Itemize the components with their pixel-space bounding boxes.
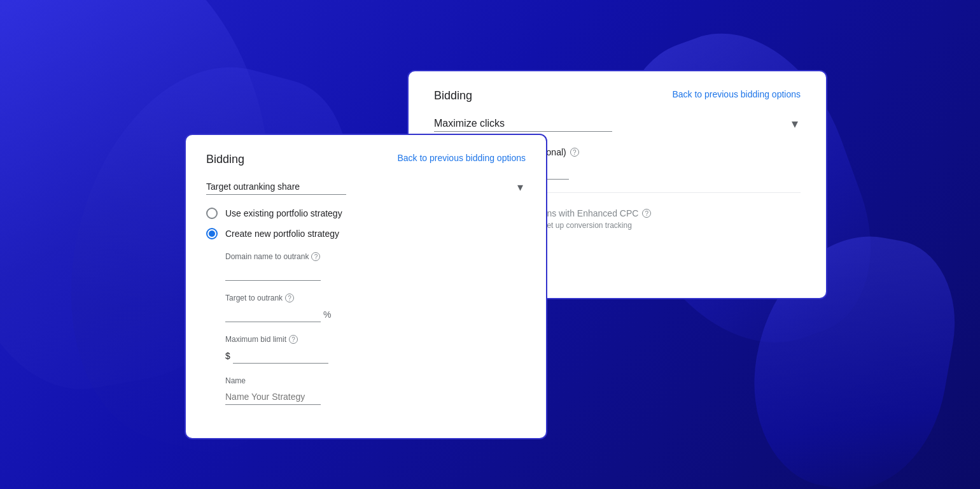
max-bid-input-wrapper: $ (225, 348, 526, 364)
radio-create-new[interactable]: Create new portfolio strategy (206, 228, 526, 239)
strategy-name-label: Name (225, 376, 526, 385)
max-bid-help-icon[interactable]: ? (289, 335, 298, 344)
card-right-header: Bidding Back to previous bidding options (434, 89, 801, 103)
target-field-group: Target to outrank ? % (225, 294, 526, 322)
max-bid-field-group: Maximum bid limit ? $ (225, 335, 526, 364)
cards-container: Bidding Back to previous bidding options… (0, 0, 980, 489)
bidding-card-left: Bidding Back to previous bidding options… (185, 134, 547, 439)
domain-field-group: Domain name to outrank ? (225, 252, 526, 281)
radio-label-new: Create new portfolio strategy (225, 229, 339, 239)
card-left-header: Bidding Back to previous bidding options (206, 153, 526, 166)
strategy-dropdown-wrapper: Maximize clicks Target CPA Target ROAS T… (434, 115, 801, 132)
radio-circle-new (206, 228, 218, 239)
domain-help-icon[interactable]: ? (311, 252, 320, 261)
bid-strategy-arrow-icon: ▾ (517, 180, 523, 194)
card-right-title: Bidding (434, 89, 472, 103)
strategy-name-input[interactable] (225, 389, 321, 405)
max-bid-prefix: $ (225, 351, 230, 361)
radio-use-existing[interactable]: Use existing portfolio strategy (206, 208, 526, 219)
target-suffix: % (323, 309, 331, 320)
portfolio-radio-group: Use existing portfolio strategy Create n… (206, 208, 526, 239)
radio-circle-existing (206, 208, 218, 219)
target-input[interactable] (225, 306, 321, 322)
target-input-wrapper: % (225, 306, 526, 322)
target-label: Target to outrank ? (225, 294, 526, 302)
radio-label-existing: Use existing portfolio strategy (225, 208, 342, 218)
max-bid-label: Maximum bid limit ? (225, 335, 526, 344)
new-strategy-fields: Domain name to outrank ? Target to outra… (206, 252, 526, 405)
domain-input[interactable] (225, 265, 321, 281)
strategy-dropdown-arrow-icon: ▾ (792, 116, 798, 131)
bid-strategy-dropdown-wrapper: Target outranking share Target CPA Targe… (206, 179, 526, 195)
domain-label: Domain name to outrank ? (225, 252, 526, 261)
enhanced-cpc-help-icon[interactable]: ? (642, 209, 651, 218)
card-left-title: Bidding (206, 153, 244, 166)
cpc-help-icon[interactable]: ? (570, 148, 579, 157)
strategy-dropdown[interactable]: Maximize clicks Target CPA Target ROAS T… (434, 115, 612, 132)
back-link-left[interactable]: Back to previous bidding options (397, 153, 526, 163)
back-link-right[interactable]: Back to previous bidding options (672, 89, 801, 99)
name-field-group: Name (225, 376, 526, 405)
target-help-icon[interactable]: ? (285, 294, 294, 302)
max-bid-input[interactable] (233, 348, 328, 364)
bid-strategy-dropdown[interactable]: Target outranking share Target CPA Targe… (206, 179, 346, 195)
